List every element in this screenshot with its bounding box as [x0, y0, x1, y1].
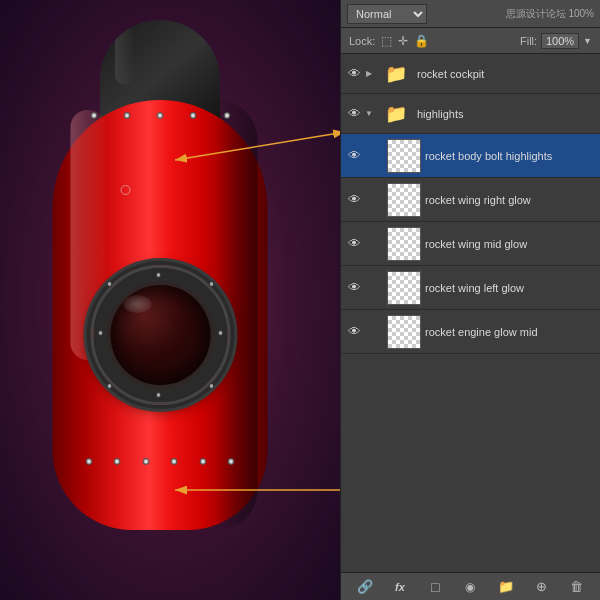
- fill-section: Fill: ▼: [520, 33, 592, 49]
- delete-icon[interactable]: 🗑: [565, 576, 587, 598]
- visibility-icon-1[interactable]: 👁: [345, 105, 363, 123]
- visibility-icon-2[interactable]: 👁: [345, 147, 363, 165]
- layer-name-5: rocket wing left glow: [425, 282, 596, 294]
- blend-mode-select[interactable]: Normal: [347, 4, 427, 24]
- visibility-icon-0[interactable]: 👁: [345, 65, 363, 83]
- layer-name-3: rocket wing right glow: [425, 194, 596, 206]
- visibility-icon-6[interactable]: 👁: [345, 323, 363, 341]
- visibility-icon-3[interactable]: 👁: [345, 191, 363, 209]
- layer-name-2: rocket body bolt highlights: [425, 150, 596, 162]
- rocket-body: [53, 100, 268, 530]
- adjustment-icon[interactable]: ◉: [459, 576, 481, 598]
- layer-row-wing-left[interactable]: 👁 rocket wing left glow: [341, 266, 600, 310]
- panel-topbar-right: 思源设计论坛 100%: [506, 7, 594, 21]
- lock-label: Lock:: [349, 35, 375, 47]
- layer-name-1: highlights: [417, 108, 596, 120]
- canvas-area: [0, 0, 340, 600]
- fill-arrow-icon[interactable]: ▼: [583, 36, 592, 46]
- layer-thumb-2: [387, 139, 421, 173]
- porthole: [90, 265, 230, 405]
- layer-row-bolt-highlights[interactable]: 👁 rocket body bolt highlights: [341, 134, 600, 178]
- layer-row-wing-mid[interactable]: 👁 rocket wing mid glow: [341, 222, 600, 266]
- lock-transparent-icon[interactable]: ⬚: [381, 34, 392, 48]
- mask-icon[interactable]: □: [424, 576, 446, 598]
- fill-input[interactable]: [541, 33, 579, 49]
- fill-label: Fill:: [520, 35, 537, 47]
- layers-panel: Normal 思源设计论坛 100% Lock: ⬚ ✛ 🔒 Fill: ▼ 👁…: [340, 0, 600, 600]
- panel-topbar: Normal 思源设计论坛 100%: [341, 0, 600, 28]
- layer-row-wing-right[interactable]: 👁 rocket wing right glow: [341, 178, 600, 222]
- panel-bottom: 🔗 fx □ ◉ 📁 ⊕ 🗑: [341, 572, 600, 600]
- layer-thumb-0: 📁: [379, 57, 413, 91]
- rocket: [30, 20, 290, 600]
- expand-arrow-0[interactable]: ▶: [363, 68, 375, 80]
- layer-row-rocket-cockpit[interactable]: 👁 ▶ 📁 rocket cockpit: [341, 54, 600, 94]
- group-icon[interactable]: 📁: [495, 576, 517, 598]
- layer-thumb-5: [387, 271, 421, 305]
- fx-icon[interactable]: fx: [389, 576, 411, 598]
- layer-thumb-4: [387, 227, 421, 261]
- new-layer-icon[interactable]: ⊕: [530, 576, 552, 598]
- visibility-icon-5[interactable]: 👁: [345, 279, 363, 297]
- layer-thumb-1: 📁: [379, 97, 413, 131]
- layers-list: 👁 ▶ 📁 rocket cockpit 👁 ▼ 📁 highlights 👁 …: [341, 54, 600, 354]
- lock-all-icon[interactable]: 🔒: [414, 34, 429, 48]
- layer-thumb-3: [387, 183, 421, 217]
- expand-arrow-1[interactable]: ▼: [363, 108, 375, 120]
- layer-name-4: rocket wing mid glow: [425, 238, 596, 250]
- layer-name-0: rocket cockpit: [417, 68, 596, 80]
- layer-row-engine-glow[interactable]: 👁 rocket engine glow mid: [341, 310, 600, 354]
- annotation-circle: [121, 185, 131, 195]
- layer-thumb-6: [387, 315, 421, 349]
- visibility-icon-4[interactable]: 👁: [345, 235, 363, 253]
- layer-name-6: rocket engine glow mid: [425, 326, 596, 338]
- lock-row: Lock: ⬚ ✛ 🔒 Fill: ▼: [341, 28, 600, 54]
- link-icon[interactable]: 🔗: [354, 576, 376, 598]
- lock-move-icon[interactable]: ✛: [398, 34, 408, 48]
- layer-row-highlights[interactable]: 👁 ▼ 📁 highlights: [341, 94, 600, 134]
